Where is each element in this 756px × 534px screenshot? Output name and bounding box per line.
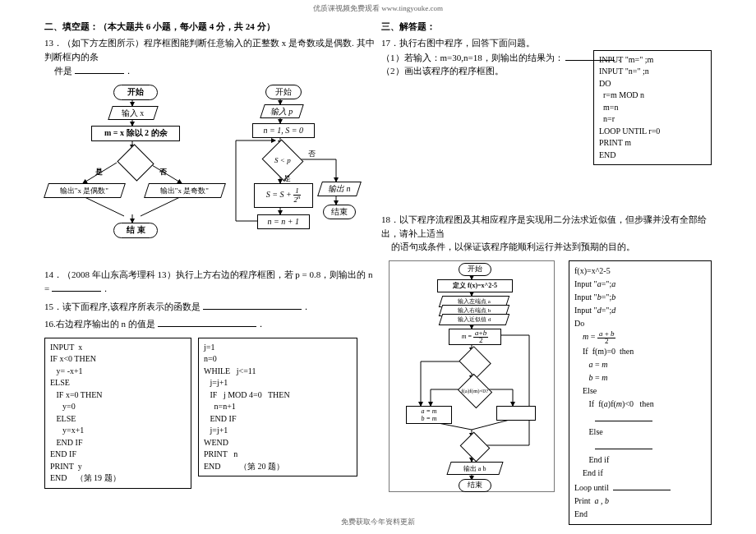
fc1-start: 开始 [113, 85, 158, 100]
q18-row: 开始 定义 f(x)=x^2-5 输入左端点 a 输入右端点 b 输入近似值 d… [381, 257, 712, 528]
fc2-init: n = 1, S = 0 [252, 123, 315, 138]
q13-blank [75, 63, 124, 74]
svg-line-5 [83, 196, 124, 216]
fc3-m: m = a+b2 [449, 329, 501, 345]
page-header: 优质课视频免费观看 www.tingyouke.com [0, 0, 756, 17]
q15: 15．读下面程序,该程序所表示的函数是 ． [44, 299, 375, 314]
q14: 14．（2008 年山东高考理科 13）执行上方右边的程序框图，若 p = 0.… [44, 268, 375, 296]
fc2-no: 否 [308, 149, 316, 159]
fc2-end: 结束 [323, 205, 356, 219]
fc1-yes: 是 [95, 167, 103, 177]
fc2-body-formula: S = S + 12n [266, 187, 301, 204]
code-box-18: f(x)=x^2-5 Input "a=";a Input "b=";b Inp… [569, 260, 712, 525]
q15-text: 15．读下面程序,该程序所表示的函数是 [44, 302, 201, 311]
fc1-input: 输入 x [108, 106, 159, 120]
page-body: 二、填空题：（本大题共 6 小题，每小题 4 分，共 24 分） 13．（如下方… [0, 17, 756, 528]
q17-line3: （2）画出该程序的程序框图。 [381, 66, 504, 76]
q17-line1: 17．执行右图中程序，回答下面问题。 [381, 38, 535, 48]
q18-line1: 18．以下程序流程图及其相应程序是实现用二分法求近似值，但步骤并没有全部给出，请… [381, 214, 707, 238]
fc2-body: S = S + 12n [254, 183, 313, 208]
q16-blank [158, 316, 256, 327]
fc2-outn: 输出 n [317, 182, 362, 196]
section-3-title: 三、解答题： [381, 21, 712, 33]
fc3-ind: 输入近似值 d [439, 314, 510, 325]
fc3-end: 结束 [459, 479, 491, 492]
q15-blank [203, 299, 302, 310]
q13-text: 13．（如下方左图所示）程序框图能判断任意输入的正整数 x 是奇数或是偶数. 其… [44, 36, 375, 78]
left-column: 二、填空题：（本大题共 6 小题，每小题 4 分，共 24 分） 13．（如下方… [41, 17, 378, 528]
fc3-start: 开始 [459, 263, 491, 276]
flowchart-3: 开始 定义 f(x)=x^2-5 输入左端点 a 输入右端点 b 输入近似值 d… [389, 260, 555, 492]
flowchart-1: 开始 输入 x m = x 除以 2 的余 是 否 输出"x 是偶数" 输出"x… [46, 85, 219, 245]
q17-line2: （1）若输入：m=30,n=18，则输出的结果为： [381, 53, 564, 62]
section-2-title: 二、填空题：（本大题共 6 小题，每小题 4 分，共 24 分） [44, 21, 375, 33]
q16: 16.右边程序输出的 n 的值是 ． [44, 316, 375, 331]
q14-blank [52, 281, 101, 292]
q16-text: 16.右边程序输出的 n 的值是 [44, 319, 155, 329]
code-box-19: INPUT x IF x<0 THEN y= -x+1 ELSE IF x=0 … [44, 338, 191, 489]
q13-line2: 件是 [54, 66, 72, 76]
fc3-out: 输出 a b [446, 462, 503, 475]
code-row: INPUT x IF x<0 THEN y= -x+1 ELSE IF x=0 … [44, 334, 375, 492]
q13-line1: 13．（如下方左图所示）程序框图能判断任意输入的正整数 x 是奇数或是偶数. 其… [44, 38, 375, 62]
q18-line2: 的语句或条件，以保证该程序能顺利运行并达到预期的目的。 [391, 242, 635, 251]
flowcharts-row: 开始 输入 x m = x 除以 2 的余 是 否 输出"x 是偶数" 输出"x… [44, 81, 375, 265]
fc3-set2 [496, 406, 536, 421]
code-box-17: INPUT "m=" ;m INPUT "n=" ;n DO r=m MOD n… [593, 50, 712, 166]
fc1-out-even: 输出"x 是偶数" [44, 183, 126, 198]
fc2-inc: n = n + 1 [257, 214, 310, 229]
fc1-end: 结 束 [113, 223, 158, 238]
fc2-start: 开始 [265, 85, 302, 99]
fc3-def: 定义 f(x)=x^2-5 [437, 279, 513, 292]
fc1-no: 否 [159, 167, 167, 177]
flowchart-2: 开始 输入 p n = 1, S = 0 S < p 是 否 S = S + 1… [229, 85, 373, 261]
right-column: 三、解答题： 17．执行右图中程序，回答下面问题。 （1）若输入：m=30,n=… [378, 17, 715, 528]
code-box-20: j=1 n=0 WHILE j<=11 j=j+1 IF j MOD 4=0 T… [198, 338, 357, 477]
fc3-set1: a = m b = m [406, 406, 452, 424]
fc1-out-odd: 输出"x 是奇数" [144, 183, 226, 198]
svg-line-6 [141, 196, 182, 216]
fc2-input: 输入 p [260, 104, 304, 118]
fc1-assign: m = x 除以 2 的余 [91, 126, 180, 141]
q18: 18．以下程序流程图及其相应程序是实现用二分法求近似值，但步骤并没有全部给出，请… [381, 213, 712, 254]
page-footer: 免费获取今年资料更新 [0, 517, 756, 527]
